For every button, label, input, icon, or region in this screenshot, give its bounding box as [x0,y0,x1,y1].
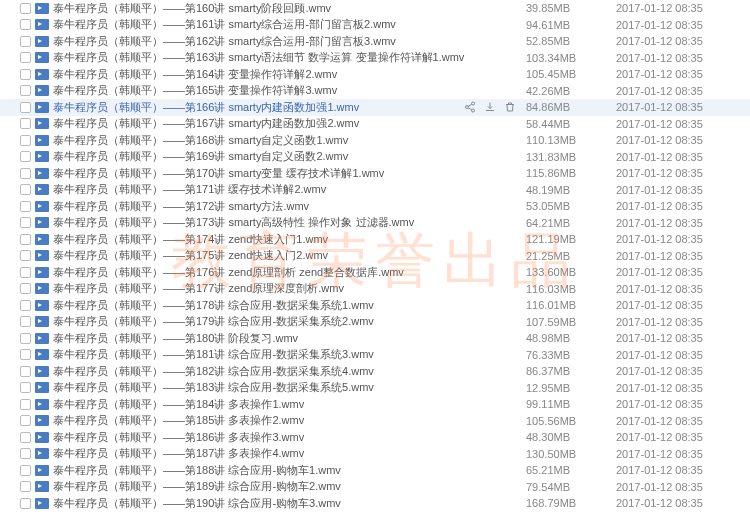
file-name[interactable]: 泰牛程序员（韩顺平）——第184讲 多表操作1.wmv [53,397,526,412]
file-row[interactable]: 泰牛程序员（韩顺平）——第167讲 smarty内建函数加强2.wmv 58.4… [0,116,750,133]
file-row[interactable]: 泰牛程序员（韩顺平）——第177讲 zend原理深度剖析.wmv 116.03M… [0,281,750,298]
file-row[interactable]: 泰牛程序员（韩顺平）——第190讲 综合应用-购物车3.wmv 168.79MB… [0,495,750,512]
file-name[interactable]: 泰牛程序员（韩顺平）——第172讲 smarty方法.wmv [53,199,526,214]
file-row[interactable]: 泰牛程序员（韩顺平）——第160讲 smarty阶段回顾.wmv 39.85MB… [0,0,750,17]
row-checkbox[interactable] [20,498,31,509]
file-name[interactable]: 泰牛程序员（韩顺平）——第166讲 smarty内建函数加强1.wmv [53,100,464,115]
download-icon[interactable] [484,101,496,113]
file-name[interactable]: 泰牛程序员（韩顺平）——第170讲 smarty变量 缓存技术详解1.wmv [53,166,526,181]
file-row[interactable]: 泰牛程序员（韩顺平）——第187讲 多表操作4.wmv 130.50MB 201… [0,446,750,463]
row-checkbox[interactable] [20,69,31,80]
file-name[interactable]: 泰牛程序员（韩顺平）——第174讲 zend快速入门1.wmv [53,232,526,247]
file-name[interactable]: 泰牛程序员（韩顺平）——第186讲 多表操作3.wmv [53,430,526,445]
row-checkbox[interactable] [20,399,31,410]
row-checkbox[interactable] [20,250,31,261]
file-row[interactable]: 泰牛程序员（韩顺平）——第185讲 多表操作2.wmv 105.56MB 201… [0,413,750,430]
file-name[interactable]: 泰牛程序员（韩顺平）——第171讲 缓存技术详解2.wmv [53,182,526,197]
delete-icon[interactable] [504,101,516,113]
file-row[interactable]: 泰牛程序员（韩顺平）——第169讲 smarty自定义函数2.wmv 131.8… [0,149,750,166]
file-row[interactable]: 泰牛程序员（韩顺平）——第174讲 zend快速入门1.wmv 121.19MB… [0,231,750,248]
row-checkbox[interactable] [20,283,31,294]
row-checkbox[interactable] [20,415,31,426]
file-row[interactable]: 泰牛程序员（韩顺平）——第172讲 smarty方法.wmv 53.05MB 2… [0,198,750,215]
row-checkbox[interactable] [20,19,31,30]
file-row[interactable]: 泰牛程序员（韩顺平）——第189讲 综合应用-购物车2.wmv 79.54MB … [0,479,750,496]
file-row[interactable]: 泰牛程序员（韩顺平）——第162讲 smarty综合运用-部门留言板3.wmv … [0,33,750,50]
row-checkbox[interactable] [20,85,31,96]
file-name[interactable]: 泰牛程序员（韩顺平）——第179讲 综合应用-数据采集系统2.wmv [53,314,526,329]
file-name[interactable]: 泰牛程序员（韩顺平）——第162讲 smarty综合运用-部门留言板3.wmv [53,34,526,49]
video-file-icon [35,481,49,492]
file-row[interactable]: 泰牛程序员（韩顺平）——第178讲 综合应用-数据采集系统1.wmv 116.0… [0,297,750,314]
file-row[interactable]: 泰牛程序员（韩顺平）——第183讲 综合应用-数据采集系统5.wmv 12.95… [0,380,750,397]
file-name[interactable]: 泰牛程序员（韩顺平）——第189讲 综合应用-购物车2.wmv [53,479,526,494]
file-name[interactable]: 泰牛程序员（韩顺平）——第177讲 zend原理深度剖析.wmv [53,281,526,296]
file-name[interactable]: 泰牛程序员（韩顺平）——第165讲 变量操作符详解3.wmv [53,83,526,98]
file-row[interactable]: 泰牛程序员（韩顺平）——第161讲 smarty综合运用-部门留言板2.wmv … [0,17,750,34]
file-date: 2017-01-12 08:35 [616,349,746,361]
row-checkbox[interactable] [20,36,31,47]
row-checkbox[interactable] [20,234,31,245]
row-checkbox[interactable] [20,432,31,443]
file-row[interactable]: 泰牛程序员（韩顺平）——第164讲 变量操作符详解2.wmv 105.45MB … [0,66,750,83]
file-name[interactable]: 泰牛程序员（韩顺平）——第164讲 变量操作符详解2.wmv [53,67,526,82]
file-name[interactable]: 泰牛程序员（韩顺平）——第180讲 阶段复习.wmv [53,331,526,346]
row-checkbox[interactable] [20,349,31,360]
file-name[interactable]: 泰牛程序员（韩顺平）——第167讲 smarty内建函数加强2.wmv [53,116,526,131]
file-name[interactable]: 泰牛程序员（韩顺平）——第178讲 综合应用-数据采集系统1.wmv [53,298,526,313]
row-checkbox[interactable] [20,168,31,179]
row-checkbox[interactable] [20,3,31,14]
file-row[interactable]: 泰牛程序员（韩顺平）——第188讲 综合应用-购物车1.wmv 65.21MB … [0,462,750,479]
file-name[interactable]: 泰牛程序员（韩顺平）——第181讲 综合应用-数据采集系统3.wmv [53,347,526,362]
row-checkbox[interactable] [20,102,31,113]
file-row[interactable]: 泰牛程序员（韩顺平）——第186讲 多表操作3.wmv 48.30MB 2017… [0,429,750,446]
row-checkbox[interactable] [20,201,31,212]
video-file-icon [35,316,49,327]
row-checkbox[interactable] [20,448,31,459]
file-row[interactable]: 泰牛程序员（韩顺平）——第170讲 smarty变量 缓存技术详解1.wmv 1… [0,165,750,182]
row-checkbox[interactable] [20,333,31,344]
file-row[interactable]: 泰牛程序员（韩顺平）——第166讲 smarty内建函数加强1.wmv 84.8… [0,99,750,116]
row-checkbox[interactable] [20,300,31,311]
file-name[interactable]: 泰牛程序员（韩顺平）——第161讲 smarty综合运用-部门留言板2.wmv [53,17,526,32]
row-checkbox[interactable] [20,382,31,393]
file-name[interactable]: 泰牛程序员（韩顺平）——第190讲 综合应用-购物车3.wmv [53,496,526,511]
file-row[interactable]: 泰牛程序员（韩顺平）——第168讲 smarty自定义函数1.wmv 110.1… [0,132,750,149]
file-name[interactable]: 泰牛程序员（韩顺平）——第185讲 多表操作2.wmv [53,413,526,428]
file-row[interactable]: 泰牛程序员（韩顺平）——第180讲 阶段复习.wmv 48.98MB 2017-… [0,330,750,347]
file-row[interactable]: 泰牛程序员（韩顺平）——第171讲 缓存技术详解2.wmv 48.19MB 20… [0,182,750,199]
row-checkbox[interactable] [20,52,31,63]
row-checkbox[interactable] [20,135,31,146]
file-name[interactable]: 泰牛程序员（韩顺平）——第173讲 smarty高级特性 操作对象 过滤器.wm… [53,215,526,230]
file-row[interactable]: 泰牛程序员（韩顺平）——第173讲 smarty高级特性 操作对象 过滤器.wm… [0,215,750,232]
file-name[interactable]: 泰牛程序员（韩顺平）——第168讲 smarty自定义函数1.wmv [53,133,526,148]
row-checkbox[interactable] [20,267,31,278]
file-row[interactable]: 泰牛程序员（韩顺平）——第184讲 多表操作1.wmv 99.11MB 2017… [0,396,750,413]
row-checkbox[interactable] [20,481,31,492]
file-row[interactable]: 泰牛程序员（韩顺平）——第176讲 zend原理剖析 zend整合数据库.wmv… [0,264,750,281]
row-checkbox[interactable] [20,316,31,327]
file-row[interactable]: 泰牛程序员（韩顺平）——第179讲 综合应用-数据采集系统2.wmv 107.5… [0,314,750,331]
row-checkbox[interactable] [20,151,31,162]
video-file-icon [35,36,49,47]
file-name[interactable]: 泰牛程序员（韩顺平）——第187讲 多表操作4.wmv [53,446,526,461]
file-name[interactable]: 泰牛程序员（韩顺平）——第182讲 综合应用-数据采集系统4.wmv [53,364,526,379]
file-name[interactable]: 泰牛程序员（韩顺平）——第175讲 zend快速入门2.wmv [53,248,526,263]
share-icon[interactable] [464,101,476,113]
file-row[interactable]: 泰牛程序员（韩顺平）——第181讲 综合应用-数据采集系统3.wmv 76.33… [0,347,750,364]
file-name[interactable]: 泰牛程序员（韩顺平）——第183讲 综合应用-数据采集系统5.wmv [53,380,526,395]
file-row[interactable]: 泰牛程序员（韩顺平）——第175讲 zend快速入门2.wmv 21.25MB … [0,248,750,265]
row-checkbox[interactable] [20,366,31,377]
file-row[interactable]: 泰牛程序员（韩顺平）——第182讲 综合应用-数据采集系统4.wmv 86.37… [0,363,750,380]
row-checkbox[interactable] [20,184,31,195]
file-name[interactable]: 泰牛程序员（韩顺平）——第160讲 smarty阶段回顾.wmv [53,1,526,16]
file-name[interactable]: 泰牛程序员（韩顺平）——第176讲 zend原理剖析 zend整合数据库.wmv [53,265,526,280]
file-name[interactable]: 泰牛程序员（韩顺平）——第163讲 smarty语法细节 数学运算 变量操作符详… [53,50,526,65]
file-name[interactable]: 泰牛程序员（韩顺平）——第188讲 综合应用-购物车1.wmv [53,463,526,478]
row-checkbox[interactable] [20,118,31,129]
file-name[interactable]: 泰牛程序员（韩顺平）——第169讲 smarty自定义函数2.wmv [53,149,526,164]
row-checkbox[interactable] [20,217,31,228]
file-row[interactable]: 泰牛程序员（韩顺平）——第163讲 smarty语法细节 数学运算 变量操作符详… [0,50,750,67]
row-checkbox[interactable] [20,465,31,476]
file-row[interactable]: 泰牛程序员（韩顺平）——第165讲 变量操作符详解3.wmv 42.26MB 2… [0,83,750,100]
